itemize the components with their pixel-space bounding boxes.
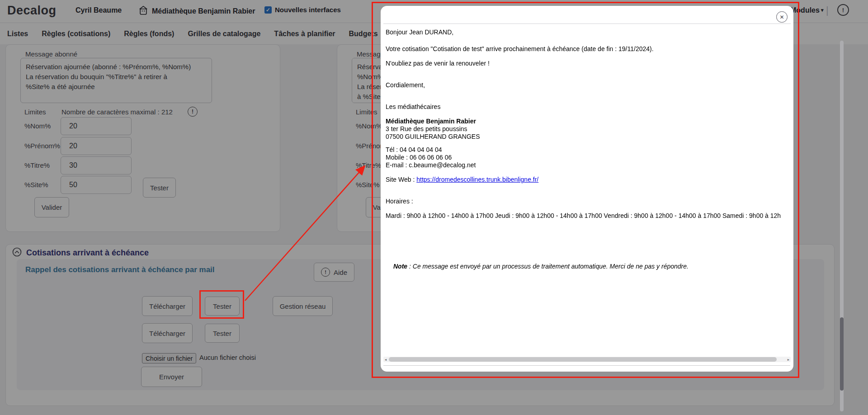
close-icon[interactable]: ✕ <box>776 11 788 23</box>
email-address-block: Médiathèque Benjamin Rabier3 ter Rue des… <box>386 118 793 141</box>
email-siteweb-line: Site Web : https://dromedescollines.trun… <box>386 176 793 184</box>
email-horaires-label: Horaires : <box>386 198 793 205</box>
email-signature: Les médiathécaires <box>386 103 793 111</box>
modal-horizontal-scrollbar[interactable]: ◄ ► <box>383 357 791 362</box>
email-preview-modal: ✕ Bonjour Jean DURAND, Votre cotisation … <box>381 6 793 372</box>
email-body: Bonjour Jean DURAND, Votre cotisation "C… <box>386 24 793 354</box>
email-contact-block: Tél : 04 04 04 04 04Mobile : 06 06 06 06… <box>386 146 793 169</box>
email-note: Note : Ce message est envoyé par un proc… <box>393 263 793 270</box>
scroll-left-icon[interactable]: ◄ <box>383 357 388 362</box>
email-echeance-line: Votre cotisation "Cotisation de test" ar… <box>386 45 793 53</box>
modal-bottom-divider <box>383 365 790 366</box>
scroll-right-icon[interactable]: ► <box>786 357 791 362</box>
modal-hscrollbar-thumb[interactable] <box>389 357 777 362</box>
email-horaires-line: Mardi : 9h00 à 12h00 - 14h00 à 17h00 Jeu… <box>386 212 793 220</box>
decalog-app: Decalog Cyril Beaume Médiathèque Benjami… <box>0 0 868 415</box>
email-greeting: Bonjour Jean DURAND, <box>386 28 793 36</box>
email-renouveler-line: N'oubliez pas de venir la renouveler ! <box>386 60 793 67</box>
page-scrollbar-thumb[interactable] <box>840 317 844 391</box>
email-cordialement: Cordialement, <box>386 81 793 89</box>
site-web-link[interactable]: https://dromedescollines.trunk.bibenlign… <box>416 176 538 183</box>
